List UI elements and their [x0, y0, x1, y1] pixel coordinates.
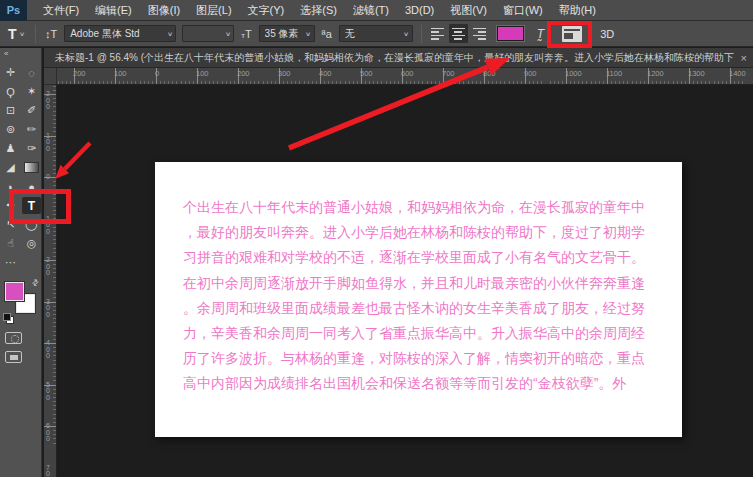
- tool-dodge[interactable]: ●: [22, 178, 41, 195]
- document-tab[interactable]: 未标题-1 @ 56.4% (个出生在八十年代末的普通小姑娘，和妈妈相依为命，在…: [44, 51, 735, 65]
- menubar-item-2[interactable]: 编辑(E): [87, 0, 140, 21]
- photoshop-window: { "app": { "logo": "Ps", "menus": ["文件(F…: [0, 0, 753, 477]
- v-ruler-label: 100: [46, 216, 53, 236]
- v-ruler-label: 500: [46, 382, 53, 402]
- vertical-ruler: 2001000100200300400500600700: [44, 85, 57, 477]
- h-ruler-label: 400: [319, 69, 332, 78]
- v-ruler-label: 300: [46, 299, 53, 319]
- h-ruler-label: 0: [155, 69, 159, 78]
- toggle-character-paragraph-panels-icon[interactable]: [562, 26, 582, 42]
- tool-clone-stamp[interactable]: ♟: [1, 140, 20, 157]
- font-style-select[interactable]: ∨: [182, 25, 234, 42]
- color-swatches: ⇄: [3, 280, 39, 322]
- menubar-item-6[interactable]: 选择(S): [292, 0, 345, 21]
- tool-pencil[interactable]: ✏: [22, 121, 41, 138]
- font-family-value: Adobe 黑体 Std: [70, 27, 165, 41]
- menubar-item-7[interactable]: 滤镜(T): [345, 0, 397, 21]
- menubar-item-4[interactable]: 图层(L): [188, 0, 239, 21]
- canvas-document[interactable]: 个出生在八十年代末的普通小姑娘，和妈妈相依为命，在漫长孤寂的童年中 ，最好的朋友…: [155, 162, 682, 437]
- tool-path-selection[interactable]: ↖: [1, 216, 20, 233]
- chevron-down-icon: ∨: [404, 30, 410, 37]
- font-family-select[interactable]: Adobe 黑体 Std ∨: [64, 25, 176, 42]
- swap-colors-icon[interactable]: ⇄: [30, 277, 41, 288]
- h-ruler-label: 200: [237, 69, 250, 78]
- menubar-item-3[interactable]: 图像(I): [140, 0, 188, 21]
- canvas-pasteboard[interactable]: 个出生在八十年代末的普通小姑娘，和妈妈相依为命，在漫长孤寂的童年中 ，最好的朋友…: [58, 86, 753, 477]
- tool-history-brush[interactable]: ✑: [22, 140, 41, 157]
- options-bar: T ∨ ↕T Adobe 黑体 Std ∨ ∨ тT 35 像素 ∨ ªa 无 …: [0, 21, 753, 47]
- tool-move[interactable]: ✛: [1, 64, 20, 81]
- default-colors-icon[interactable]: [3, 313, 12, 322]
- h-ruler-label: 1300: [688, 69, 705, 78]
- tool-shape-ellipse[interactable]: ◯: [22, 216, 41, 233]
- font-size-select[interactable]: 35 像素 ∨: [259, 25, 315, 42]
- divider: [35, 25, 36, 43]
- horizontal-ruler: 2001000100200300400500600700800900100011…: [44, 68, 753, 85]
- tool-magic-wand[interactable]: ✶: [22, 83, 41, 100]
- h-ruler-label: 1100: [606, 69, 622, 78]
- close-tab-icon[interactable]: ×: [735, 52, 753, 64]
- h-ruler-label: 1400: [729, 69, 746, 78]
- h-ruler-label: 300: [278, 69, 291, 78]
- menubar-item-10[interactable]: 窗口(W): [495, 0, 551, 21]
- h-ruler-label: 100: [196, 69, 209, 78]
- anti-alias-value: 无: [345, 27, 402, 41]
- anti-alias-icon: ªa: [322, 28, 332, 40]
- screen-mode-icon[interactable]: [5, 351, 22, 363]
- quick-mask-icon[interactable]: [5, 332, 22, 344]
- align-left-button[interactable]: [428, 24, 447, 43]
- h-ruler-label: 600: [401, 69, 414, 78]
- type-tool-preset[interactable]: T ∨: [8, 26, 24, 42]
- tool-lasso[interactable]: Ϙ: [1, 83, 20, 100]
- tool-type[interactable]: T: [22, 197, 41, 214]
- h-ruler-label: 700: [442, 69, 455, 78]
- menu-bar: Ps 文件(F)编辑(E)图像(I)图层(L)文字(Y)选择(S)滤镜(T)3D…: [0, 0, 753, 21]
- h-ruler-label: 1200: [647, 69, 664, 78]
- menubar-item-5[interactable]: 文字(Y): [240, 0, 293, 21]
- v-ruler-label: 200: [46, 257, 53, 277]
- align-right-button[interactable]: [470, 24, 489, 43]
- align-center-button[interactable]: [449, 24, 468, 43]
- menubar-item-1[interactable]: 文件(F): [35, 0, 87, 21]
- tool-marquee[interactable]: ◌: [22, 64, 41, 81]
- h-ruler-label: 500: [360, 69, 373, 78]
- menubar-item-9[interactable]: 视图(V): [442, 0, 495, 21]
- chevron-down-icon: ∨: [167, 30, 173, 37]
- chevron-down-icon: ∨: [19, 30, 25, 37]
- text-layer[interactable]: 个出生在八十年代末的普通小姑娘，和妈妈相依为命，在漫长孤寂的童年中 ，最好的朋友…: [183, 195, 660, 397]
- text-orientation-icon[interactable]: ↕T: [45, 28, 57, 40]
- v-ruler-label: 700: [46, 465, 53, 477]
- tool-grid: ✛◌Ϙ✶⊡✐⊚✏♟✑◢◗●✒T↖◯☝◎⋯: [0, 58, 41, 272]
- tool-smudge[interactable]: ◗: [1, 178, 20, 195]
- collapse-toolbar-icon[interactable]: «: [0, 48, 41, 58]
- tool-eraser[interactable]: ◢: [1, 159, 20, 176]
- v-ruler-label: 600: [46, 423, 53, 443]
- anti-alias-select[interactable]: 无 ∨: [339, 25, 413, 42]
- text-color-swatch[interactable]: [497, 26, 524, 41]
- tool-hand[interactable]: ☝: [1, 235, 20, 252]
- tool-pen[interactable]: ✒: [1, 197, 20, 214]
- h-ruler-label: 100: [114, 69, 127, 78]
- tool-zoom[interactable]: ◎: [22, 235, 41, 252]
- v-ruler-label: 200: [46, 91, 53, 111]
- warp-text-icon[interactable]: T̰: [537, 27, 544, 41]
- tool-more-options[interactable]: ⋯: [1, 254, 20, 271]
- h-ruler-label: 800: [483, 69, 496, 78]
- foreground-color-swatch[interactable]: [5, 282, 24, 301]
- ruler-corner: [44, 68, 57, 85]
- menubar-items: 文件(F)编辑(E)图像(I)图层(L)文字(Y)选择(S)滤镜(T)3D(D)…: [35, 0, 604, 21]
- tool-eyedropper[interactable]: ✐: [22, 102, 41, 119]
- font-size-value: 35 像素: [265, 27, 304, 41]
- divider: [421, 25, 422, 43]
- font-size-icon: тT: [241, 28, 251, 40]
- h-ruler-label: 900: [524, 69, 537, 78]
- tool-crop[interactable]: ⊡: [1, 102, 20, 119]
- menubar-item-8[interactable]: 3D(D): [397, 0, 442, 21]
- menubar-item-11[interactable]: 帮助(H): [551, 0, 604, 21]
- tool-spot-healing[interactable]: ⊚: [1, 121, 20, 138]
- tool-gradient[interactable]: [22, 159, 41, 176]
- 3d-label: 3D: [600, 28, 614, 40]
- type-tool-icon: T: [8, 26, 17, 42]
- chevron-down-icon: ∨: [305, 30, 311, 37]
- chevron-down-icon: ∨: [225, 30, 231, 37]
